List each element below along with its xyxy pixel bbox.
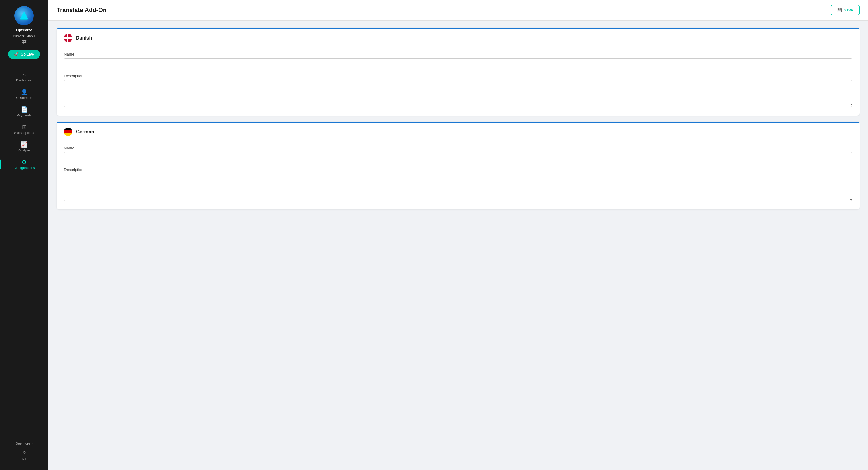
switch-icon[interactable]: ⇄ (22, 38, 27, 45)
page-title: Translate Add-On (57, 7, 107, 13)
danish-name-field: Name (64, 52, 852, 69)
payments-icon: 📄 (21, 107, 27, 112)
help-icon: ? (23, 451, 26, 456)
german-name-label: Name (64, 146, 852, 150)
analyze-icon: 📈 (21, 142, 27, 147)
danish-language-label: Danish (76, 35, 92, 41)
sidebar-item-subscriptions[interactable]: ⊞ Subscriptions (0, 121, 48, 138)
save-button[interactable]: 💾 Save (831, 5, 860, 16)
german-language-label: German (76, 129, 94, 135)
sidebar-divider (5, 65, 43, 65)
sidebar-item-dashboard[interactable]: ⌂ Dashboard (0, 69, 48, 85)
app-brand: Optimize (16, 28, 33, 32)
chevron-right-icon: › (31, 442, 33, 445)
subscriptions-icon: ⊞ (22, 124, 27, 130)
danish-flag-icon (64, 34, 72, 42)
main-content: Danish Name Description (48, 21, 868, 470)
danish-card-header: Danish (57, 28, 860, 47)
main-header: Translate Add-On 💾 Save (48, 0, 868, 21)
see-more-link[interactable]: See more › (13, 439, 35, 448)
sidebar-item-analyze[interactable]: 📈 Analyze (0, 139, 48, 155)
danish-card: Danish Name Description (57, 28, 860, 116)
sidebar-item-label: Configurations (13, 166, 35, 170)
sidebar-item-payments[interactable]: 📄 Payments (0, 104, 48, 120)
home-icon: ⌂ (23, 72, 26, 77)
danish-name-input[interactable] (64, 58, 852, 69)
sidebar-item-label: Customers (16, 96, 32, 99)
sidebar-item-label: Subscriptions (14, 131, 34, 135)
german-description-label: Description (64, 168, 852, 172)
danish-description-label: Description (64, 74, 852, 78)
sidebar-item-customers[interactable]: 👤 Customers (0, 86, 48, 102)
german-name-input[interactable] (64, 152, 852, 163)
german-flag-icon (64, 127, 72, 136)
sidebar-bottom: See more › ? Help (0, 439, 48, 467)
german-card-body: Name Description (57, 141, 860, 209)
german-card-header: German (57, 122, 860, 141)
german-card: German Name Description (57, 122, 860, 209)
sidebar-item-configurations[interactable]: ⚙ Configurations (0, 156, 48, 173)
german-description-textarea[interactable] (64, 174, 852, 201)
main-area: Translate Add-On 💾 Save Danish Name Desc… (48, 0, 868, 470)
german-description-field: Description (64, 168, 852, 202)
company-name: Billwerk GmbH (13, 34, 35, 38)
german-name-field: Name (64, 146, 852, 163)
danish-card-body: Name Description (57, 47, 860, 116)
danish-description-field: Description (64, 74, 852, 108)
sidebar-item-label: Analyze (18, 148, 30, 152)
sidebar: Optimize Billwerk GmbH ⇄ 🚀 Go Live ⌂ Das… (0, 0, 48, 470)
sidebar-nav: ⌂ Dashboard 👤 Customers 📄 Payments ⊞ Sub… (0, 69, 48, 173)
danish-description-textarea[interactable] (64, 80, 852, 107)
sidebar-item-label: Payments (17, 113, 32, 117)
save-icon: 💾 (837, 8, 842, 12)
sidebar-item-label: Dashboard (16, 79, 32, 82)
app-logo (14, 6, 34, 25)
rocket-icon: 🚀 (14, 52, 19, 56)
sidebar-item-help[interactable]: ? Help (0, 448, 48, 464)
configurations-icon: ⚙ (22, 159, 27, 165)
customers-icon: 👤 (21, 89, 27, 95)
danish-name-label: Name (64, 52, 852, 56)
go-live-button[interactable]: 🚀 Go Live (8, 50, 40, 59)
sidebar-item-label: Help (21, 457, 28, 461)
